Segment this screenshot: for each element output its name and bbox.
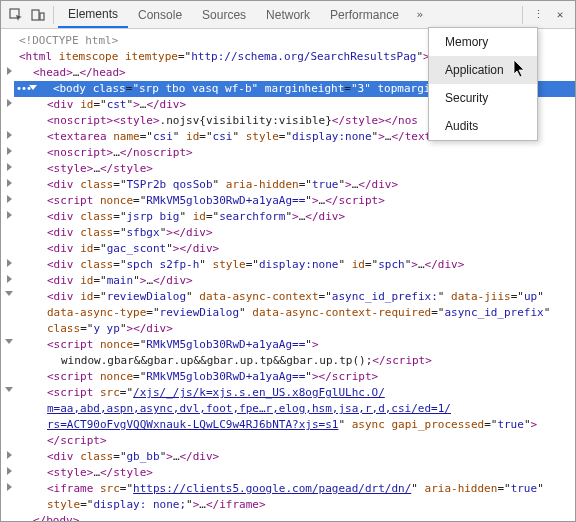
tree-node[interactable]: <noscript>…</noscript> (5, 145, 575, 161)
expand-arrow[interactable] (5, 387, 13, 392)
svg-rect-1 (32, 10, 39, 20)
tree-node[interactable]: <div class="TSPr2b qosSob" aria-hidden="… (5, 177, 575, 193)
tree-node[interactable]: <script nonce="RMkVM5glob30RwD+a1yaAg=="… (5, 193, 575, 209)
tree-node[interactable]: <div class="jsrp big" id="searchform">…<… (5, 209, 575, 225)
tree-node[interactable]: <div id="reviewDialog" data-async-contex… (5, 289, 575, 337)
tree-node[interactable]: window.gbar&&gbar.up&&gbar.up.tp&&gbar.u… (5, 353, 575, 369)
separator (53, 6, 54, 24)
menu-item-memory[interactable]: Memory (429, 28, 537, 56)
svg-rect-2 (40, 13, 44, 20)
menu-item-security[interactable]: Security (429, 84, 537, 112)
tree-node[interactable]: <iframe src="https://clients5.google.com… (5, 481, 575, 513)
expand-arrow[interactable] (7, 67, 12, 75)
tree-node[interactable]: <style>…</style> (5, 161, 575, 177)
expand-arrow[interactable] (7, 259, 12, 267)
expand-arrow[interactable] (7, 195, 12, 203)
panel-tabs: ElementsConsoleSourcesNetworkPerformance (58, 1, 409, 28)
expand-arrow[interactable] (7, 483, 12, 491)
expand-arrow[interactable] (7, 211, 12, 219)
more-tabs-icon[interactable]: » (409, 4, 431, 26)
tab-console[interactable]: Console (128, 1, 192, 28)
tree-node[interactable]: <script nonce="RMkVM5glob30RwD+a1yaAg=="… (5, 369, 575, 385)
tree-node[interactable]: <script nonce="RMkVM5glob30RwD+a1yaAg=="… (5, 337, 575, 353)
tree-node[interactable]: <script src="/xjs/_/js/k=xjs.s.en_US.x8o… (5, 385, 575, 449)
expand-arrow[interactable] (7, 147, 12, 155)
expand-arrow[interactable] (7, 131, 12, 139)
menu-item-application[interactable]: Application (429, 56, 537, 84)
expand-arrow[interactable] (7, 179, 12, 187)
devtools-toolbar: ElementsConsoleSourcesNetworkPerformance… (1, 1, 575, 29)
close-icon[interactable]: ✕ (549, 4, 571, 26)
tree-node[interactable]: <div class="spch s2fp-h" style="display:… (5, 257, 575, 273)
expand-arrow[interactable] (7, 163, 12, 171)
expand-arrow[interactable] (7, 451, 12, 459)
expand-arrow[interactable] (5, 291, 13, 296)
expand-arrow[interactable] (5, 339, 13, 344)
expand-arrow[interactable] (7, 275, 12, 283)
tab-elements[interactable]: Elements (58, 1, 128, 28)
tree-node[interactable]: <div class="sfbgx"></div> (5, 225, 575, 241)
menu-item-audits[interactable]: Audits (429, 112, 537, 140)
tree-node[interactable]: <style>…</style> (5, 465, 575, 481)
device-icon[interactable] (27, 4, 49, 26)
inspect-icon[interactable] (5, 4, 27, 26)
expand-arrow[interactable] (7, 467, 12, 475)
separator (522, 6, 523, 24)
body-close-node[interactable]: </body> (5, 513, 575, 521)
tree-node[interactable]: <div id="gac_scont"></div> (5, 241, 575, 257)
kebab-icon[interactable]: ⋮ (527, 4, 549, 26)
tab-network[interactable]: Network (256, 1, 320, 28)
tree-node[interactable]: <div class="gb_bb">…</div> (5, 449, 575, 465)
tab-sources[interactable]: Sources (192, 1, 256, 28)
overflow-menu: MemoryApplicationSecurityAudits (428, 27, 538, 141)
expand-arrow[interactable] (7, 99, 12, 107)
tree-node[interactable]: <div id="main">…</div> (5, 273, 575, 289)
tab-performance[interactable]: Performance (320, 1, 409, 28)
